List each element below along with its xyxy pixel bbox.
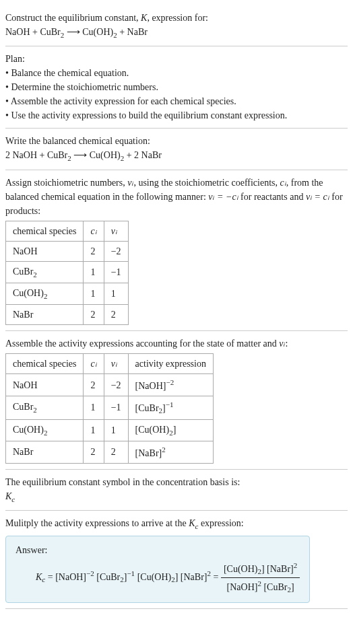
cell-nu: 1 [104,283,128,304]
k: K [36,572,42,582]
ae-base: [NaOH] [135,381,166,391]
sp-text: Cu(OH) [13,425,44,435]
stoich-section: Assign stoichiometric numbers, νᵢ, using… [5,170,348,332]
k-symbol: K [141,13,147,23]
ae-base: [CuBr [135,403,159,413]
th-species: chemical species [6,354,84,374]
sp-text: CuBr [13,266,33,277]
stoich-table: chemical species cᵢ νᵢ NaOH 2 −2 CuBr2 1… [5,221,129,326]
numerator: [Cu(OH)2] [NaBr]2 [221,560,300,578]
fraction: [Cu(OH)2] [NaBr]2[NaOH]2 [CuBr2] [221,560,300,596]
ae-base: [Cu(OH) [135,425,170,435]
answer-equation: Kc = [NaOH]−2 [CuBr2]−1 [Cu(OH)2] [NaBr]… [15,557,300,596]
d-b: [CuBr [261,582,288,592]
arrow: ⟶ [71,150,90,160]
table-row: CuBr2 1 −1 [CuBr2]−1 [6,396,214,419]
exp: 2 [294,561,298,569]
stoich-text: , using the stoichiometric coefficients, [133,178,280,188]
th-ci: cᵢ [84,221,104,241]
sp-text: CuBr [13,402,33,412]
arrow: ⟶ [64,27,82,37]
prompt-text-b: , expression for: [147,13,208,23]
table-row: NaBr 2 2 [6,305,129,325]
ae-exp: −1 [166,400,174,408]
table-row: Cu(OH)2 1 1 [6,283,129,304]
plan-title: Plan: [5,52,348,66]
cell-nu: 2 [104,305,128,325]
act-text: : [286,338,288,349]
cell-c: 2 [84,374,104,396]
balanced-title: Write the balanced chemical equation: [5,134,348,148]
act-text: Assemble the activity expressions accoun… [5,338,279,349]
cell-c: 1 [84,419,104,441]
stoich-text: for reactants and [238,192,306,202]
sub: 2 [44,429,48,437]
final-title: Mulitply the activity expressions to arr… [5,516,348,532]
cell-c: 1 [84,396,104,419]
cell-activity: [NaBr]2 [128,441,213,464]
cell-activity: [Cu(OH)2] [128,419,213,441]
plan-section: Plan: • Balance the chemical equation. •… [5,46,348,129]
cell-activity: [NaOH]−2 [128,374,213,396]
table-header-row: chemical species cᵢ νᵢ [6,221,129,241]
sp-text: Cu(OH) [13,288,44,298]
term: [Cu(OH) [135,572,171,582]
n-a: [Cu(OH) [224,564,258,574]
cell-c: 1 [84,283,104,304]
cell-species: NaBr [6,305,84,325]
sub: 2 [33,270,37,278]
d-c: ] [291,582,294,592]
cell-c: 2 [84,241,104,261]
table-row: NaBr 2 2 [NaBr]2 [6,441,214,464]
answer-label: Answer: [15,543,300,557]
cell-nu: −2 [104,374,128,396]
ft-b: expression: [198,518,243,528]
term: ] [NaBr] [175,572,207,582]
cell-c: 2 [84,441,104,464]
activity-table: chemical species cᵢ νᵢ activity expressi… [5,353,214,464]
ae-close: ] [173,425,176,435]
cell-species: CuBr2 [6,396,84,419]
nu-i: νᵢ [279,338,285,349]
rel2: νᵢ = cᵢ [306,192,329,202]
balanced-equation: 2 NaOH + CuBr2 ⟶ Cu(OH)2 + 2 NaBr [5,148,348,164]
table-row: Cu(OH)2 1 1 [Cu(OH)2] [6,419,214,441]
ae-exp: −2 [166,378,174,386]
beq-c: + 2 NaBr [124,150,162,160]
cell-species: CuBr2 [6,261,84,283]
sub: 2 [33,406,37,414]
symbol-section: The equilibrium constant symbol in the c… [5,470,348,511]
cell-c: 2 [84,305,104,325]
equals: = [45,572,55,582]
prompt-line: Construct the equilibrium constant, K, e… [5,11,348,25]
cell-species: Cu(OH)2 [6,283,84,304]
th-nui: νᵢ [104,354,128,374]
ae-base: [NaBr] [135,448,162,458]
term: [NaOH] [55,572,86,582]
final-section: Mulitply the activity expressions to arr… [5,511,348,609]
cell-c: 1 [84,261,104,283]
eq-lhs: NaOH + CuBr [5,27,61,37]
sub: 2 [44,292,48,300]
table-row: NaOH 2 −2 [NaOH]−2 [6,374,214,396]
ft-a: Mulitply the activity expressions to arr… [5,518,189,528]
plan-bullet: • Determine the stoichiometric numbers. [5,80,348,94]
header-section: Construct the equilibrium constant, K, e… [5,5,348,46]
cell-nu: −1 [104,396,128,419]
stoich-intro: Assign stoichiometric numbers, νᵢ, using… [5,176,348,218]
plan-bullet: • Assemble the activity expression for e… [5,94,348,108]
cell-species: Cu(OH)2 [6,419,84,441]
cell-species: NaOH [6,241,84,261]
th-nui: νᵢ [104,221,128,241]
exp: −1 [127,569,135,577]
plan-bullet: • Use the activity expressions to build … [5,108,348,122]
table-row: CuBr2 1 −1 [6,261,129,283]
cell-activity: [CuBr2]−1 [128,396,213,419]
stoich-text: Assign stoichiometric numbers, [5,178,127,188]
equals: = [211,572,221,582]
cell-nu: 2 [104,441,128,464]
th-ci: cᵢ [84,354,104,374]
cell-species: NaOH [6,374,84,396]
th-activity: activity expression [128,354,213,374]
activity-section: Assemble the activity expressions accoun… [5,331,348,470]
